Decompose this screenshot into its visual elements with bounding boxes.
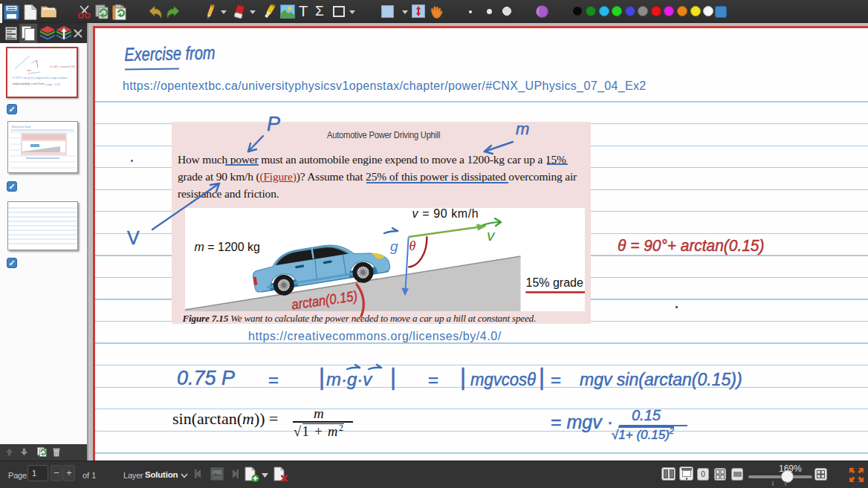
svg-text:Exercise from: Exercise from — [12, 125, 31, 128]
svg-text:θ = 90°+ arctan(0.15): θ = 90°+ arctan(0.15) — [50, 65, 75, 68]
svg-text:sin(arctan(m)) = m/√1+m²: sin(arctan(m)) = m/√1+m² — [13, 82, 45, 85]
svg-text:= mgv · 0.15: = mgv · 0.15 — [45, 83, 60, 86]
svg-text:0.75 P = |m·g·v| = |mgvcos: 0.75 P = |m·g·v| = |mgvcosθ| = mgv sin(a… — [13, 77, 68, 79]
